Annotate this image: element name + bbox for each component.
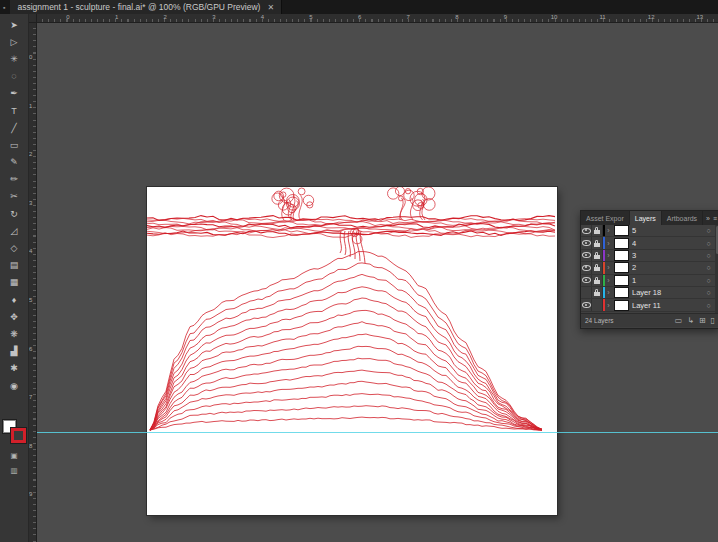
horizontal-ruler[interactable]: 012345678910111213 [36,14,718,23]
panel-menu-icon[interactable]: ≡ [713,215,717,222]
tool-pencil-tool[interactable]: ✏ [0,171,28,188]
screen-mode-button[interactable]: ▥ [10,467,17,475]
tool-selection-tool[interactable]: ➤ [0,16,28,33]
layer-thumbnail[interactable] [614,238,629,249]
tab-layers[interactable]: Layers [630,211,662,225]
layer-target-icon[interactable]: ○ [704,252,713,259]
delete-layer-button[interactable]: ▯ [711,317,715,325]
tool-width-tool[interactable]: ◇ [0,239,28,256]
tool-magic-wand-tool[interactable]: ✳ [0,50,28,67]
tool-scale-tool[interactable]: ◿ [0,222,28,239]
layer-thumbnail[interactable] [614,225,629,236]
tool-scissors-tool[interactable]: ✂ [0,188,28,205]
visibility-toggle[interactable] [581,299,592,310]
tool-eyedropper-tool[interactable]: ♦ [0,291,28,308]
tool-paintbrush-tool[interactable]: ✎ [0,154,28,171]
mesh-tool-icon: ▦ [10,277,19,287]
layer-thumbnail[interactable] [614,287,629,298]
lock-toggle[interactable] [592,275,603,286]
make-clipping-mask-button[interactable]: ▭ [675,317,683,325]
tool-pen-tool[interactable]: ✒ [0,85,28,102]
layer-target-icon[interactable]: ○ [704,302,713,309]
tab-artboards[interactable]: Artboards [662,211,703,225]
stroke-color-swatch[interactable] [11,428,26,443]
tab-asset-export[interactable]: Asset Expor [581,211,630,225]
expand-chevron-icon[interactable]: › [605,240,612,247]
layer-name[interactable]: Layer 18 [632,288,704,297]
layer-target-icon[interactable]: ○ [704,240,713,247]
tool-direct-selection-tool[interactable]: ▷ [0,33,28,50]
layer-thumbnail[interactable] [614,262,629,273]
layer-row[interactable]: › 2 ○ [581,262,718,274]
layer-name[interactable]: 5 [632,226,704,235]
visibility-toggle[interactable] [581,250,592,261]
expand-chevron-icon[interactable]: › [605,264,612,271]
tool-zoom-tool[interactable]: ◉ [0,377,28,394]
collapse-panel-icon[interactable]: » [706,215,710,222]
lock-toggle[interactable] [592,287,603,298]
ruler-origin[interactable] [28,14,37,23]
visibility-toggle[interactable] [581,287,592,298]
expand-chevron-icon[interactable]: › [605,227,612,234]
layer-row[interactable]: › 3 ○ [581,250,718,262]
tool-hand-tool[interactable]: ✱ [0,360,28,377]
symbol-sprayer-tool-icon: ❋ [10,329,18,339]
new-layer-button[interactable]: ⊞ [699,317,706,325]
fill-stroke-indicator[interactable] [3,420,25,442]
draw-mode-button[interactable]: ▣ [10,452,17,460]
tool-type-tool[interactable]: T [0,102,28,119]
layer-target-icon[interactable]: ○ [704,289,713,296]
layer-thumbnail[interactable] [614,300,629,311]
visibility-toggle[interactable] [581,237,592,248]
tool-mesh-tool[interactable]: ▦ [0,274,28,291]
expand-chevron-icon[interactable]: › [605,277,612,284]
layer-thumbnail[interactable] [614,275,629,286]
tool-rectangle-tool[interactable]: ▭ [0,136,28,153]
layer-row[interactable]: › Layer 11 ○ [581,299,718,311]
close-tab-icon[interactable]: ✕ [267,3,274,12]
expand-chevron-icon[interactable]: › [605,289,612,296]
panel-tab-bar: Asset Expor Layers Artboards » ≡ [581,211,718,225]
tool-column-graph-tool[interactable]: ▟ [0,343,28,360]
layer-row[interactable]: › 4 ○ [581,237,718,249]
layer-name[interactable]: 3 [632,251,704,260]
layer-row[interactable]: › 1 ○ [581,275,718,287]
new-sublayer-button[interactable]: ↳ [687,317,694,325]
lock-toggle[interactable] [592,262,603,273]
layer-target-icon[interactable]: ○ [704,277,713,284]
pen-tool-icon: ✒ [10,88,18,98]
lock-toggle[interactable] [592,237,603,248]
direct-selection-tool-icon: ▷ [11,37,18,47]
vertical-ruler[interactable]: 0123456789 [28,22,37,542]
document-tab-bar: ▪ assignment 1 - sculpture - final.ai* @… [0,0,718,14]
tool-gradient-tool[interactable]: ▤ [0,257,28,274]
ruler-number: 11 [599,14,605,20]
layer-row[interactable]: › 5 ○ [581,225,718,237]
paintbrush-tool-icon: ✎ [10,157,18,167]
visibility-toggle[interactable] [581,275,592,286]
tool-line-segment-tool[interactable]: ╱ [0,119,28,136]
layer-target-icon[interactable]: ○ [704,227,713,234]
layer-target-icon[interactable]: ○ [704,264,713,271]
tool-blend-tool[interactable]: ✥ [0,308,28,325]
visibility-toggle[interactable] [581,225,592,236]
lock-toggle[interactable] [592,250,603,261]
artboard[interactable] [147,187,557,515]
lock-toggle[interactable] [592,225,603,236]
guide-line[interactable] [36,432,718,433]
tool-rotate-tool[interactable]: ↻ [0,205,28,222]
layer-name[interactable]: 1 [632,276,704,285]
tool-lasso-tool[interactable]: ◌ [0,68,28,85]
layer-name[interactable]: 2 [632,263,704,272]
expand-chevron-icon[interactable]: › [605,302,612,309]
expand-chevron-icon[interactable]: › [605,252,612,259]
lock-toggle[interactable] [592,299,603,310]
layer-thumbnail[interactable] [614,250,629,261]
document-tab[interactable]: assignment 1 - sculpture - final.ai* @ 1… [10,0,282,14]
tool-symbol-sprayer-tool[interactable]: ❋ [0,325,28,342]
layer-name[interactable]: 4 [632,239,704,248]
visibility-toggle[interactable] [581,262,592,273]
layer-row[interactable]: › Layer 18 ○ [581,287,718,299]
rectangle-tool-icon: ▭ [10,140,19,150]
layer-name[interactable]: Layer 11 [632,301,704,310]
